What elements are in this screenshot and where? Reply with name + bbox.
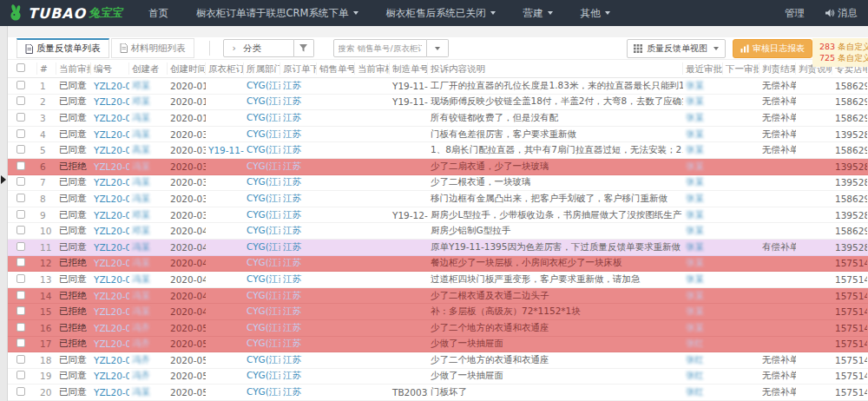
nav-item-admin[interactable]: 管理	[774, 0, 815, 26]
col-approval-status[interactable]: 当前审批...	[56, 62, 91, 75]
col-orig-wardrobe-order[interactable]: 原衣柜订...	[206, 62, 244, 75]
creator-link[interactable]: 冯某	[129, 273, 168, 286]
department-link[interactable]: CYG(江苏...	[244, 322, 280, 334]
table-row[interactable]: 17 已拒绝 YZL20-05... 冯齐 2020-05-0... CYG(江…	[8, 337, 868, 353]
col-department[interactable]: 所属部门	[244, 62, 280, 75]
row-checkbox[interactable]	[8, 291, 37, 301]
table-row[interactable]: 12 已拒绝 YZL20-04... 冯某 2020-04-2... CYG(江…	[8, 256, 868, 273]
feedback-no-link[interactable]: YZL20-03...	[91, 177, 129, 187]
department-link[interactable]: CYG(江苏...	[244, 225, 280, 237]
creator-link[interactable]: 冯某	[129, 241, 168, 253]
feedback-no-link[interactable]: YZL20-04...	[91, 291, 129, 301]
table-row[interactable]: 10 已同意 YZL20-04... 邓某 2020-04-0... CYG(江…	[8, 223, 868, 240]
department-link[interactable]: CYG(江苏...	[244, 80, 280, 92]
select-all-checkbox[interactable]	[8, 62, 37, 75]
creator-link[interactable]: 邓某	[129, 80, 168, 92]
department-link[interactable]: CYG(江苏...	[244, 290, 280, 302]
department-link[interactable]: CYG(江苏...	[244, 128, 280, 141]
order-province-link[interactable]: 江苏	[280, 290, 317, 302]
row-checkbox[interactable]	[8, 161, 37, 172]
table-row[interactable]: 19 已同意 YZL20-05... 冯齐 2020-05-0... CYG(江…	[8, 369, 868, 385]
order-province-link[interactable]: 江苏	[280, 128, 317, 141]
order-province-link[interactable]: 江苏	[280, 209, 317, 221]
feedback-no-link[interactable]: YZL20-04...	[91, 242, 129, 253]
feedback-no-link[interactable]: YZL20-01...	[91, 96, 129, 107]
col-verdict-result[interactable]: 判责结果	[760, 62, 796, 75]
col-creator[interactable]: 创建者	[129, 62, 168, 75]
nav-item-yingjian[interactable]: 营建	[510, 0, 567, 26]
last-approver-link[interactable]: 张红	[683, 386, 723, 398]
tab-material-detail-list[interactable]: 材料明细列表	[111, 38, 194, 58]
table-row[interactable]: 9 已同意 YZL20-03... 邓某 2020-03-2... CYG(江苏…	[8, 207, 868, 224]
audit-log-report-button[interactable]: 审核日志报表	[733, 39, 812, 58]
department-link[interactable]: CYG(江苏...	[244, 257, 280, 269]
order-province-link[interactable]: 江苏	[280, 176, 317, 188]
feedback-no-link[interactable]: YZL20-04...	[91, 274, 129, 285]
last-approver-link[interactable]: 张某	[683, 144, 723, 156]
last-approver-link[interactable]: 张红	[683, 370, 723, 382]
nav-item-other[interactable]: 其他	[567, 0, 624, 26]
col-next-approver[interactable]: 下一审批人	[723, 62, 760, 75]
order-province-link[interactable]: 江苏	[280, 338, 317, 350]
last-approver-link[interactable]: 张某	[683, 128, 723, 141]
creator-link[interactable]: 冯某	[129, 290, 168, 302]
nav-item-aftersale-closed[interactable]: 橱衣柜售后系统已关闭	[372, 0, 510, 26]
sidebar-expand-handle[interactable]	[1, 175, 6, 184]
creator-link[interactable]: 邓某	[129, 225, 168, 237]
feedback-no-link[interactable]: YZL20-01...	[91, 113, 129, 123]
filter-button[interactable]	[294, 39, 314, 57]
col-sales-no[interactable]: 销售单号	[317, 62, 355, 75]
department-link[interactable]: CYG(江苏...	[244, 112, 280, 124]
view-selector[interactable]: 质量反馈单视图	[627, 39, 726, 58]
department-link[interactable]: CYG(江苏...	[244, 144, 280, 156]
creator-link[interactable]: 冯某	[129, 128, 168, 141]
nav-item-cabinet-order[interactable]: 橱衣柜订单请于联思CRM系统下单	[182, 0, 372, 26]
col-last-approver[interactable]: 最近审批人	[683, 62, 723, 75]
row-checkbox[interactable]	[8, 323, 37, 333]
department-link[interactable]: CYG(江苏...	[244, 241, 280, 253]
creator-link[interactable]: 冯某	[129, 193, 168, 205]
row-checkbox[interactable]	[8, 81, 37, 91]
nav-item-messages[interactable]: 消息	[815, 0, 868, 26]
table-row[interactable]: 15 已拒绝 YZL20-04... 冯某 2020-04-3... CYG(江…	[8, 304, 868, 320]
col-complaint-content[interactable]: 投诉内容说明	[428, 62, 683, 75]
department-link[interactable]: CYG(江苏...	[244, 273, 280, 286]
order-province-link[interactable]: 江苏	[280, 273, 317, 286]
last-approver-link[interactable]: 张某	[683, 193, 723, 205]
feedback-no-link[interactable]: YZL20-05...	[91, 323, 129, 333]
order-province-link[interactable]: 江苏	[280, 370, 317, 382]
last-approver-link[interactable]: 张某	[683, 161, 723, 173]
creator-link[interactable]: 邓某	[129, 95, 168, 108]
row-checkbox[interactable]	[8, 306, 37, 317]
col-order-province[interactable]: 原订单下...	[280, 62, 317, 75]
order-province-link[interactable]: 江苏	[280, 322, 317, 334]
table-row[interactable]: 4 已同意 YZL20-03... 冯某 2020-03-1... CYG(江苏…	[8, 127, 868, 143]
creator-link[interactable]: 高某	[129, 144, 168, 156]
row-checkbox[interactable]	[8, 177, 37, 187]
row-checkbox[interactable]	[8, 339, 37, 349]
feedback-no-link[interactable]: YZL20-05...	[91, 371, 129, 381]
feedback-no-link[interactable]: YZL20-05...	[91, 355, 129, 365]
last-approver-link[interactable]: 张某	[683, 80, 723, 92]
last-approver-link[interactable]: 张红	[683, 338, 723, 350]
order-province-link[interactable]: 江苏	[280, 225, 317, 237]
order-province-link[interactable]: 江苏	[280, 144, 317, 156]
order-province-link[interactable]: 江苏	[280, 306, 317, 318]
row-checkbox[interactable]	[8, 113, 37, 123]
order-province-link[interactable]: 江苏	[280, 80, 317, 92]
row-checkbox[interactable]	[8, 226, 37, 236]
last-approver-link[interactable]: 张红	[683, 354, 723, 366]
feedback-no-link[interactable]: YZL20-03...	[91, 194, 129, 204]
order-province-link[interactable]: 江苏	[280, 241, 317, 253]
last-approver-link[interactable]: 张某	[683, 112, 723, 124]
department-link[interactable]: CYG(江苏...	[244, 338, 280, 350]
search-field-select-button[interactable]	[427, 39, 449, 57]
table-row[interactable]: 14 已拒绝 YZL20-04... 冯某 2020-04-2... CYG(江…	[8, 288, 868, 305]
category-button[interactable]: › 分类	[223, 39, 294, 57]
table-row[interactable]: 11 已同意 YZL20-04... 冯某 2020-04-1... CYG(江…	[8, 240, 868, 256]
row-checkbox[interactable]	[8, 355, 37, 365]
creator-link[interactable]: 冯齐	[129, 354, 168, 366]
brand-logo[interactable]: TUBAO 兔宝宝	[0, 4, 135, 22]
last-approver-link[interactable]: 张某	[683, 241, 723, 253]
col-feedback-no[interactable]: 编号	[91, 62, 129, 75]
